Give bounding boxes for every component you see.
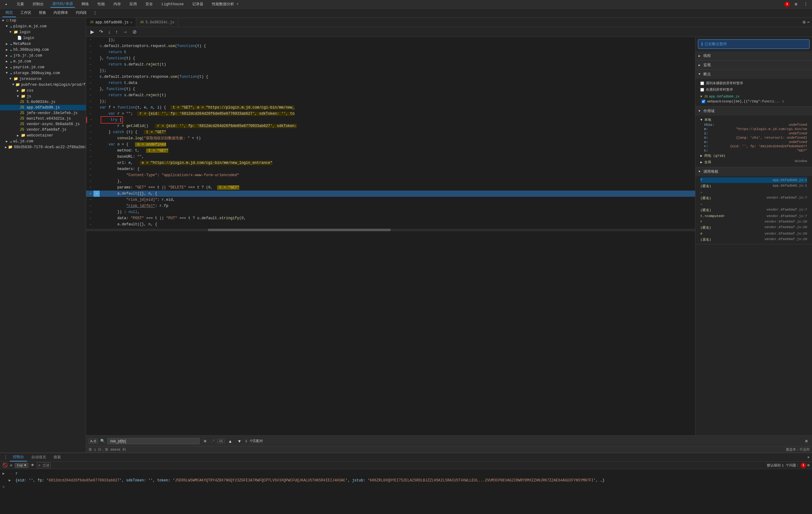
tree-login-folder[interactable]: ▼ 📁 login <box>0 29 86 35</box>
stack-item-anon1[interactable]: (匿名) app.b6fadb00.js:1 <box>700 183 807 189</box>
tab-webpage[interactable]: 网页 <box>2 9 16 17</box>
stack-item-anon3[interactable]: (匿名) vendor.8faeb9af.js:7 <box>700 207 807 213</box>
step-out-button[interactable]: ↑ <box>114 29 120 35</box>
menu-network[interactable]: 网络 <box>80 1 91 7</box>
tab-workspace[interactable]: 工作区 <box>17 9 34 17</box>
tab-overrides[interactable]: 替换 <box>36 9 49 17</box>
bp-cb-1-input[interactable] <box>700 82 704 85</box>
scope-closure[interactable]: ▶ 闭包 (g710) <box>700 153 807 159</box>
bp-checkbox-2[interactable]: 在遇到异常时暂停 <box>700 86 807 93</box>
close-console-button[interactable]: ✕ <box>807 455 810 460</box>
clear-console-icon[interactable]: 🚫 <box>2 463 8 468</box>
bp-line-item[interactable]: webpackJsonp([66],[{"/I9g":functi... 1 <box>700 99 807 104</box>
split-editor-icon[interactable]: ⧉ <box>803 20 806 25</box>
thread-header[interactable]: ▶ 线程 <box>695 51 812 60</box>
menu-performance[interactable]: 性能 <box>96 1 107 7</box>
tree-metamask[interactable]: ▶ ☁ MetaMask <box>0 41 86 47</box>
console-settings-icon[interactable]: ⚙ <box>807 463 810 467</box>
tree-jsresource[interactable]: ▼ 📁 jsresource <box>0 76 86 82</box>
log-level-label[interactable]: 默认级别 <box>767 463 781 467</box>
file-tab-5e90[interactable]: JS 5.6e90334c.js <box>136 18 178 27</box>
filter-icon[interactable]: ⊘ <box>10 463 12 467</box>
scope-global[interactable]: ▶ 全局 <box>700 159 711 165</box>
console-expand-r[interactable]: ▶ <box>2 471 7 477</box>
menu-recorder[interactable]: 记录器 <box>191 1 205 7</box>
tree-webcontainer[interactable]: ▶ 📁 webcontainer <box>0 132 86 138</box>
search-input[interactable] <box>107 438 200 444</box>
code-editor[interactable]: – }); – c.default.interceptors.request.u… <box>86 37 695 435</box>
tree-jrb[interactable]: ▶ ☁ jrb.jr.jd.com <box>0 53 86 58</box>
tree-5e90334c[interactable]: JS 5.6e90334c.js <box>0 99 86 105</box>
tree-uuid[interactable]: ▶ 📁 98b35630-7179-4ce5-ac22-2f80a2bb7989 <box>0 144 86 150</box>
tree-plogin[interactable]: ▼ ☁ plogin.m.jd.com <box>0 23 86 29</box>
case-indicator: Aa <box>217 439 224 443</box>
context-selector[interactable]: top ▼ <box>15 463 28 468</box>
tree-pubfree[interactable]: ▼ 📁 pubfree-bucket/mplogin/prod/ffdfe5a <box>0 82 86 88</box>
bp-line-checkbox[interactable] <box>702 100 705 103</box>
step-button[interactable]: → <box>121 29 129 35</box>
deactivate-button[interactable]: ⊘ <box>131 28 138 35</box>
stack-item-anon4[interactable]: (匿名) vendor.8faeb9af.js:20 <box>700 224 807 231</box>
tree-payrisk[interactable]: ▶ ☁ payrisk.jd.com <box>0 64 86 70</box>
clear-search-button[interactable]: ✕ <box>202 438 208 444</box>
menu-console[interactable]: 控制台 <box>31 1 46 7</box>
tree-vendor[interactable]: JS vendor.8faeb9af.js <box>0 127 86 132</box>
console-tab-search[interactable]: 搜索 <box>51 453 64 461</box>
tree-login-file[interactable]: 📄 login <box>0 35 86 41</box>
tree-storage[interactable]: ▼ ☁ storage.360buyimg.com <box>0 70 86 76</box>
step-into-button[interactable]: ↓ <box>106 29 112 35</box>
menu-lighthouse[interactable]: Lighthouse <box>160 2 185 7</box>
stack-item-f[interactable]: f app.b6fadb00.js:1 <box>700 177 807 183</box>
file-tab-close[interactable]: ✕ <box>130 21 132 24</box>
tab-content-scripts[interactable]: 内容脚本 <box>51 9 71 17</box>
console-tab-autofill[interactable]: 自动填充 <box>28 453 49 461</box>
tree-mjd[interactable]: ▶ ☁ m.jd.com <box>0 58 86 64</box>
settings-icon[interactable]: ⚙ <box>792 2 800 7</box>
stack-item-e[interactable]: e vendor.8faeb9af.js:20 <box>700 231 807 236</box>
tree-css[interactable]: ▶ 📁 css <box>0 88 86 93</box>
history-icon[interactable]: ↩ <box>807 20 810 25</box>
callstack-header[interactable]: ▼ 调用堆栈 <box>695 167 812 176</box>
tree-jmfe-vendor[interactable]: JS jmfe-vendor.18e1efeb.js <box>0 110 86 116</box>
console-tab-console[interactable]: 控制台 <box>10 453 27 461</box>
bp-checkbox-1[interactable]: 遇到未捕获的异常时暂停 <box>700 80 807 86</box>
tab-more-icon[interactable]: ⋮ <box>91 9 99 17</box>
tree-360buyimg[interactable]: ▶ ☁ h5.360buyimg.com <box>0 47 86 53</box>
menu-security[interactable]: 安全 <box>144 1 155 7</box>
step-over-button[interactable]: ↷ <box>97 28 105 35</box>
close-search-button[interactable]: ✕ <box>803 438 810 444</box>
filter-button[interactable]: ⊘ 过滤 <box>37 462 51 468</box>
menu-perf-insights[interactable]: 性能数据分析 ⚡ <box>210 1 240 7</box>
scope-local[interactable]: ▼ 本地 <box>700 117 807 123</box>
menu-memory[interactable]: 内存 <box>112 1 123 7</box>
eye-icon[interactable]: 👁 <box>31 463 34 467</box>
tree-manifest[interactable]: JS manifest.e643d21a.js <box>0 116 86 121</box>
tree-vendor-async[interactable]: JS vendor-async.9b8ada56.js <box>0 121 86 127</box>
menu-application[interactable]: 应用 <box>128 1 139 7</box>
console-options-icon[interactable]: ⋮ <box>2 454 9 461</box>
scope-header[interactable]: ▼ 作用域 <box>695 107 812 116</box>
tab-snippets[interactable]: 代码段 <box>72 9 90 17</box>
search-case-toggle[interactable]: A↕B <box>89 439 98 444</box>
more-icon[interactable]: ⋮ <box>802 2 810 7</box>
tree-app-b6fadb00[interactable]: JS app.b6fadb00.js <box>0 105 86 110</box>
tree-wljd[interactable]: ▶ ☁ wl.jd.com <box>0 138 86 144</box>
resume-button[interactable]: ▶ <box>89 28 96 35</box>
stack-name-anon3: (匿名) <box>700 208 711 212</box>
file-tab-app[interactable]: JS app.b6fadb00.js ✕ <box>86 18 136 27</box>
bp-cb-2-input[interactable] <box>700 88 704 92</box>
tree-top[interactable]: ▼ □ top <box>0 18 86 23</box>
next-match-button[interactable]: ▼ <box>236 438 243 444</box>
menu-element[interactable]: 元素 <box>15 1 26 7</box>
menu-sources[interactable]: 源代码/来源 <box>51 1 75 8</box>
stack-item-r[interactable]: r vendor.8faeb9af.js:20 <box>700 219 807 224</box>
watch-header[interactable]: ▶ 监视 <box>695 61 812 69</box>
stack-item-orig[interactable]: (原名) vendor.8faeb9af.js:20 <box>700 236 807 243</box>
prev-match-button[interactable]: ▲ <box>227 438 234 444</box>
stack-item-anon2[interactable]: (匿名) vendor.8faeb9af.js:7 <box>700 195 807 201</box>
stack-item-computed[interactable]: t.<computed> vendor.8faeb9af.js:7 <box>700 213 807 219</box>
breakpoints-header[interactable]: ▼ 断点 <box>695 70 812 79</box>
devtools-icon[interactable]: ✦ <box>2 2 10 7</box>
console-expand-obj[interactable]: ▶ <box>9 478 13 483</box>
tree-js-folder[interactable]: ▼ 📁 js <box>0 93 86 99</box>
